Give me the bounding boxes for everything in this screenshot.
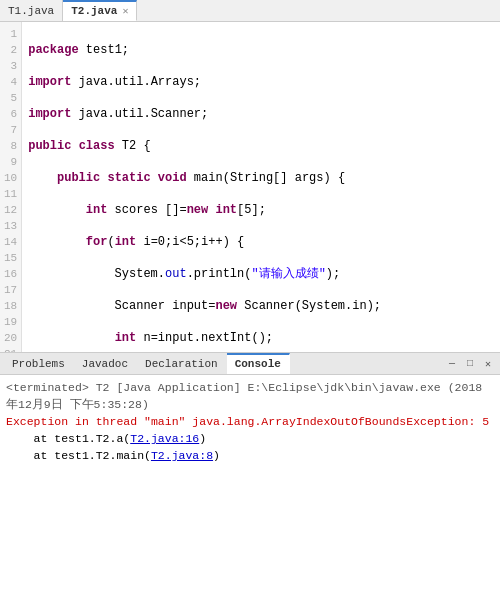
line-numbers: 12345 678910 1112131415 1617181920 21 — [0, 22, 22, 352]
at-line-2: at test1.T2.main(T2.java:8) — [6, 447, 494, 464]
tab-declaration-label: Declaration — [145, 358, 218, 370]
close-icon[interactable]: ✕ — [122, 5, 128, 17]
bottom-panel-icons: — □ ✕ — [444, 356, 496, 372]
exception-line: Exception in thread "main" java.lang.Arr… — [6, 413, 494, 430]
close-panel-icon[interactable]: ✕ — [480, 356, 496, 372]
terminated-line: <terminated> T2 [Java Application] E:\Ec… — [6, 379, 494, 413]
tab-t2java-label: T2.java — [71, 5, 117, 17]
tab-bar: T1.java T2.java ✕ — [0, 0, 500, 22]
at-line-1: at test1.T2.a(T2.java:16) — [6, 430, 494, 447]
t2-a-link[interactable]: T2.java:16 — [130, 432, 199, 445]
maximize-icon[interactable]: □ — [462, 356, 478, 372]
bottom-panel: Problems Javadoc Declaration Console — □… — [0, 352, 500, 603]
tab-declaration[interactable]: Declaration — [137, 353, 227, 374]
t2-main-link[interactable]: T2.java:8 — [151, 449, 213, 462]
tab-t2java[interactable]: T2.java ✕ — [63, 0, 137, 21]
code-editor[interactable]: package test1; import java.util.Arrays; … — [22, 22, 500, 352]
tab-console-label: Console — [235, 358, 281, 370]
tab-console[interactable]: Console — [227, 353, 290, 374]
tab-t1java-label: T1.java — [8, 5, 54, 17]
editor-area: 12345 678910 1112131415 1617181920 21 pa… — [0, 22, 500, 352]
tab-javadoc-label: Javadoc — [82, 358, 128, 370]
tab-problems[interactable]: Problems — [4, 353, 74, 374]
console-output: <terminated> T2 [Java Application] E:\Ec… — [0, 375, 500, 603]
tab-javadoc[interactable]: Javadoc — [74, 353, 137, 374]
tab-problems-label: Problems — [12, 358, 65, 370]
tab-t1java[interactable]: T1.java — [0, 0, 63, 21]
bottom-tab-bar: Problems Javadoc Declaration Console — □… — [0, 353, 500, 375]
exception-text: Exception in thread "main" java.lang.Arr… — [6, 415, 489, 428]
minimize-icon[interactable]: — — [444, 356, 460, 372]
